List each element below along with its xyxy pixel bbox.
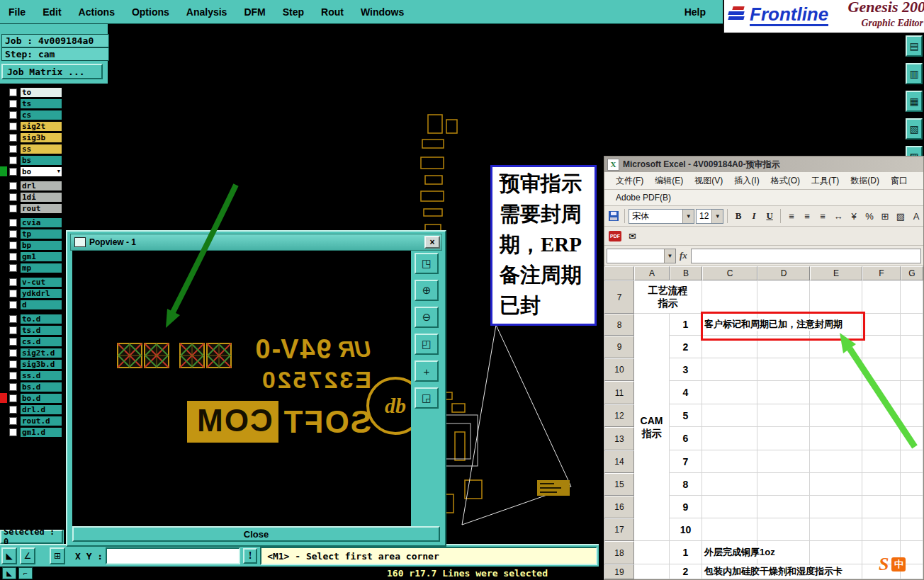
column-header-A[interactable]: A (634, 266, 670, 280)
cell-B9[interactable]: 2 (670, 336, 702, 358)
layer-label-ss[interactable]: ss (20, 144, 62, 154)
select-all-corner[interactable] (604, 266, 634, 280)
excel-menu-item-3[interactable]: 视图(V) (689, 174, 728, 188)
layer-row-bp[interactable]: bp (0, 239, 64, 251)
cell-F12[interactable] (862, 404, 901, 427)
cell-D13[interactable] (757, 427, 810, 450)
row-header-11[interactable]: 11 (604, 381, 634, 404)
layer-label-1di[interactable]: 1di (20, 192, 62, 203)
row-header-12[interactable]: 12 (604, 404, 634, 427)
layer-label-v-cut[interactable]: v-cut (20, 277, 62, 288)
font-select[interactable]: 宋体 ▼ (629, 209, 694, 224)
cell-B14[interactable]: 7 (670, 450, 702, 473)
cell-B18[interactable]: 1 (670, 541, 702, 564)
layer-checkbox-to-d[interactable] (9, 315, 17, 323)
layer-label-drl-d[interactable]: drl.d (20, 404, 62, 415)
layer-checkbox-bp[interactable] (9, 241, 17, 249)
column-header-B[interactable]: B (670, 266, 702, 280)
layer-checkbox-drl[interactable] (9, 182, 17, 190)
cell-C9[interactable] (702, 336, 757, 358)
layer-checkbox-bs[interactable] (9, 157, 17, 164)
fill-color-button[interactable]: ▨ (894, 209, 908, 223)
layer-label-gm1-d[interactable]: gm1.d (20, 427, 62, 438)
layer-row-ss-d[interactable]: ss.d (0, 370, 64, 381)
cell-E15[interactable] (810, 473, 862, 496)
layer-label-ts[interactable]: ts (20, 98, 62, 109)
cell-F11[interactable] (862, 381, 901, 404)
layer-checkbox-cvia[interactable] (9, 219, 17, 227)
layer-checkbox-bo-d[interactable] (9, 394, 17, 402)
layer-label-ss-d[interactable]: ss.d (20, 370, 62, 381)
side-tool-button-4[interactable]: ▧ (906, 118, 923, 140)
layer-row-bs[interactable]: bs (0, 154, 64, 166)
cell-D15[interactable] (757, 473, 810, 496)
cell-F7[interactable] (862, 280, 901, 314)
menu-item-rout[interactable]: Rout (321, 6, 344, 18)
cell-B16[interactable]: 9 (670, 496, 702, 518)
layer-checkbox-sig3b[interactable] (9, 134, 17, 142)
cell-F14[interactable] (862, 450, 901, 473)
cell-E18[interactable] (810, 541, 862, 564)
formula-input[interactable] (691, 249, 921, 263)
cell-F16[interactable] (862, 496, 901, 518)
menu-item-help[interactable]: Help (684, 6, 706, 18)
cell-E9[interactable] (810, 336, 862, 358)
pdf-export-button[interactable]: PDF (607, 230, 624, 242)
dropdown-arrow-icon[interactable]: ▼ (711, 210, 723, 223)
layer-checkbox-rout[interactable] (9, 205, 17, 212)
layer-row-d[interactable]: d (0, 299, 64, 310)
cell-C13[interactable] (702, 427, 757, 450)
cell-G16[interactable] (901, 496, 923, 518)
cell-D17[interactable] (757, 518, 810, 541)
layer-checkbox-ts-d[interactable] (9, 326, 17, 334)
cell-E11[interactable] (810, 381, 862, 404)
layer-checkbox-mp[interactable] (9, 264, 17, 272)
underline-button[interactable]: U (762, 209, 777, 223)
side-tool-button-1[interactable]: ▤ (906, 35, 923, 57)
cell-G17[interactable] (901, 518, 923, 541)
layer-checkbox-bo[interactable] (9, 168, 17, 176)
layer-label-cvia[interactable]: cvia (20, 217, 62, 228)
layer-row-to-d[interactable]: to.d (0, 313, 64, 324)
cell-A18[interactable] (634, 541, 670, 564)
layer-label-cs[interactable]: cs (20, 110, 62, 120)
layer-checkbox-cs[interactable] (9, 111, 17, 119)
layer-label-rout-d[interactable]: rout.d (20, 416, 62, 426)
menu-item-windows[interactable]: Windows (361, 6, 404, 18)
row-header-18[interactable]: 18 (604, 541, 634, 564)
name-box[interactable]: ▼ (607, 249, 676, 263)
cell-G9[interactable] (901, 336, 923, 358)
close-button[interactable]: × (424, 236, 440, 249)
menu-item-analysis[interactable]: Analysis (186, 6, 227, 18)
fx-label[interactable]: fx (680, 250, 687, 261)
layer-label-ts-d[interactable]: ts.d (20, 325, 62, 336)
layer-label-rout[interactable]: rout (20, 203, 62, 214)
layer-row-ss[interactable]: ss (0, 143, 64, 154)
layer-row-to[interactable]: to (0, 86, 64, 98)
menu-item-dfm[interactable]: DFM (244, 6, 265, 18)
cell-G13[interactable] (901, 427, 923, 450)
layer-row-gm1-d[interactable]: gm1.d (0, 426, 64, 438)
layer-label-sig3b[interactable]: sig3b (20, 132, 62, 143)
cell-B10[interactable]: 3 (670, 358, 702, 381)
console-tool-button-2[interactable]: ⌐ (18, 567, 33, 579)
cell-E13[interactable] (810, 427, 862, 450)
layer-row-v-cut[interactable]: v-cut (0, 276, 64, 288)
layer-row-sig3b[interactable]: sig3b (0, 132, 64, 143)
cell-G14[interactable] (901, 450, 923, 473)
layer-checkbox-gm1[interactable] (9, 253, 17, 261)
layer-row-drl[interactable]: drl (0, 180, 64, 191)
cell-F15[interactable] (862, 473, 901, 496)
layer-label-cs-d[interactable]: cs.d (20, 336, 62, 347)
dropdown-arrow-icon[interactable]: ▼ (682, 210, 694, 223)
layer-row-sig2t-d[interactable]: sig2t.d (0, 347, 64, 358)
layer-row-ydkdrl[interactable]: ydkdrl (0, 288, 64, 299)
layer-checkbox-cs-d[interactable] (9, 338, 17, 346)
cell-D10[interactable] (757, 358, 810, 381)
cell-G12[interactable] (901, 404, 923, 427)
cell-B19[interactable]: 2 (670, 564, 702, 579)
align-left-button[interactable]: ≡ (784, 209, 799, 223)
layer-row-bs-d[interactable]: bs.d (0, 381, 64, 392)
percent-button[interactable]: % (862, 209, 877, 223)
row-header-13[interactable]: 13 (604, 427, 634, 450)
